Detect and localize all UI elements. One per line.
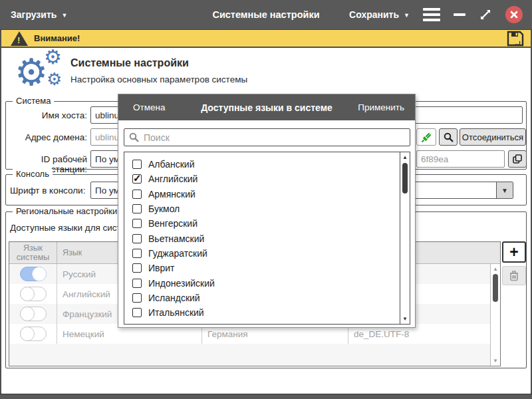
regional-legend: Региональные настройки: [13, 206, 120, 216]
app-window: Загрузить ▼ Системные настройки Сохранит…: [0, 0, 532, 399]
languages-dialog: Отмена Доступные языки в системе Примени…: [118, 94, 416, 328]
checkbox[interactable]: [132, 308, 142, 317]
language-label: Венгерский: [148, 218, 198, 229]
copy-icon: [512, 154, 523, 164]
load-menu-label: Загрузить: [11, 9, 57, 20]
dialog-language-item[interactable]: Вьетнамский: [132, 231, 410, 245]
plug-icon: [421, 132, 432, 143]
system-language-toggle[interactable]: [20, 327, 47, 341]
checkbox[interactable]: [132, 204, 142, 213]
language-label: Индонезийский: [148, 278, 215, 289]
scrollbar-thumb[interactable]: [402, 163, 408, 194]
dialog-apply-button[interactable]: Применить: [358, 102, 415, 112]
load-menu-button[interactable]: Загрузить ▼: [0, 9, 67, 20]
dialog-language-item[interactable]: Итальянский: [132, 305, 410, 320]
language-label: Английский: [148, 174, 198, 184]
table-scrollbar[interactable]: ▲ ▼: [490, 264, 500, 366]
dialog-scrollbar[interactable]: ▲ ▼: [400, 152, 410, 324]
save-menu-label: Сохранить: [349, 9, 399, 20]
scroll-down-icon[interactable]: ▼: [491, 358, 500, 364]
bottom-bar: [0, 394, 532, 399]
checkbox[interactable]: [132, 234, 142, 243]
chevron-down-icon: ▼: [404, 12, 410, 19]
trash-icon: [509, 270, 519, 281]
scroll-up-icon[interactable]: ▲: [491, 266, 500, 272]
chevron-down-icon[interactable]: ▼: [496, 182, 513, 198]
floppy-save-icon[interactable]: [507, 31, 524, 47]
domain-label: Адрес домена:: [6, 132, 87, 142]
console-legend: Консоль: [13, 169, 53, 179]
dialog-language-item[interactable]: Иврит: [132, 261, 410, 275]
dialog-language-item[interactable]: Албанский: [132, 157, 410, 172]
console-font-label: Шрифт в консоли:: [10, 186, 87, 196]
hostname-label: Имя хоста:: [6, 110, 87, 120]
page-subtitle: Настройка основных параметров системы: [70, 74, 247, 84]
chevron-down-icon: ▼: [61, 12, 67, 19]
language-label: Албанский: [148, 159, 195, 170]
close-button[interactable]: [505, 6, 523, 23]
checkbox[interactable]: [132, 249, 142, 258]
search-icon: [444, 132, 454, 142]
dialog-language-item[interactable]: Букмол: [132, 201, 410, 216]
checkbox[interactable]: [132, 174, 142, 184]
title-bar: Загрузить ▼ Системные настройки Сохранит…: [0, 0, 532, 30]
copy-button[interactable]: [508, 150, 527, 168]
gears-icon: ⚙⚙⚙: [9, 49, 70, 93]
dialog-cancel-button[interactable]: Отмена: [118, 102, 165, 112]
dialog-search-box: [124, 128, 410, 146]
checkbox[interactable]: [132, 190, 142, 199]
dialog-language-item[interactable]: Венгерский: [132, 216, 410, 231]
warning-icon: !: [11, 31, 28, 46]
add-language-button[interactable]: +: [502, 241, 526, 263]
scroll-up-icon[interactable]: ▲: [400, 154, 410, 160]
minimize-button[interactable]: [454, 13, 466, 16]
dialog-language-item[interactable]: Исландский: [132, 291, 410, 305]
scrollbar-thumb[interactable]: [493, 274, 498, 302]
system-language-toggle[interactable]: [20, 307, 47, 321]
delete-language-button[interactable]: [502, 266, 526, 285]
save-menu-button[interactable]: Сохранить ▼: [349, 9, 410, 20]
dialog-language-item[interactable]: Гуджаратский: [132, 246, 410, 261]
hamburger-menu-icon[interactable]: [423, 8, 440, 21]
search-button[interactable]: [439, 128, 458, 146]
page-title: Системные настройки: [70, 57, 189, 69]
disconnect-button[interactable]: Отсоединиться: [460, 128, 526, 146]
checkbox[interactable]: [132, 293, 142, 303]
dialog-header: Отмена Доступные языки в системе Примени…: [118, 94, 415, 120]
page-header: ⚙⚙⚙ Системные настройки Настройка основн…: [1, 49, 531, 94]
checkbox[interactable]: [132, 263, 142, 273]
scroll-down-icon[interactable]: ▼: [400, 316, 410, 322]
checkbox[interactable]: [132, 160, 142, 169]
language-label: Итальянский: [148, 307, 204, 318]
dialog-search-input[interactable]: [144, 132, 410, 143]
column-header-system-language: Языксистемы: [9, 242, 57, 263]
checkbox[interactable]: [132, 279, 142, 288]
language-label: Иврит: [148, 263, 175, 273]
system-language-toggle[interactable]: [20, 267, 47, 281]
maximize-icon[interactable]: [479, 8, 492, 21]
language-label: Исландский: [148, 293, 200, 303]
language-label: Вьетнамский: [148, 233, 204, 244]
language-label: Армянский: [148, 189, 196, 200]
language-label: Букмол: [148, 203, 180, 214]
plug-icon-button[interactable]: [416, 128, 436, 146]
workstation-id-value-input[interactable]: 6f89ea: [416, 150, 505, 168]
dialog-language-item[interactable]: Английский: [132, 172, 410, 186]
system-legend: Система: [13, 96, 54, 106]
language-label: Гуджаратский: [148, 248, 207, 259]
dialog-language-item[interactable]: Индонезийский: [132, 275, 410, 290]
dialog-language-list: Албанский Английский Армянский Букмол Ве…: [124, 152, 410, 325]
dialog-language-item[interactable]: Армянский: [132, 187, 410, 201]
system-language-toggle[interactable]: [20, 287, 47, 301]
checkbox[interactable]: [132, 219, 142, 228]
warning-text: Внимание!: [34, 33, 80, 43]
search-icon: [129, 132, 139, 142]
warning-bar: ! Внимание!: [1, 30, 531, 48]
